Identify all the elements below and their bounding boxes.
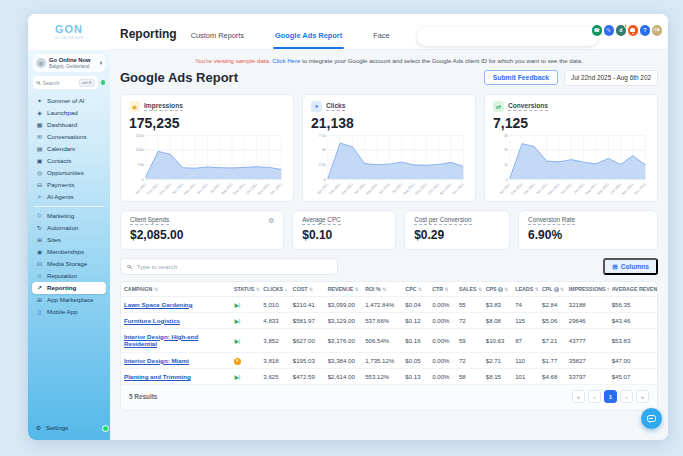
table-row: Interior Design: High-end Residential(▶)… bbox=[121, 329, 657, 353]
col-clicks[interactable]: CLICKS ↓ bbox=[260, 282, 289, 297]
click-here-link[interactable]: Click Here bbox=[272, 57, 300, 64]
svg-text:5k: 5k bbox=[322, 148, 326, 152]
metric-label[interactable]: Conversions bbox=[508, 102, 548, 111]
sidebar-item-memberships[interactable]: ◉Memberships bbox=[32, 246, 106, 258]
first-page-button[interactable]: « bbox=[572, 390, 585, 403]
sort-icon[interactable]: ⇅ bbox=[445, 287, 449, 292]
svg-text:2k: 2k bbox=[504, 148, 508, 152]
logo[interactable]: GON GO ONLINE NOW bbox=[28, 14, 110, 50]
campaign-link[interactable]: Planting and Trimming bbox=[124, 373, 191, 380]
date-range-picker[interactable]: Jul 22nd 2025 - Aug 6th 202 bbox=[564, 70, 658, 86]
tab-google-ads-report[interactable]: Google Ads Report bbox=[275, 31, 342, 49]
metric-label[interactable]: Clicks bbox=[326, 102, 345, 111]
next-page-button[interactable]: › bbox=[620, 390, 633, 403]
info-icon[interactable]: ? bbox=[554, 287, 559, 292]
impressions-cell: 32188 bbox=[566, 297, 609, 313]
last-page-button[interactable]: » bbox=[636, 390, 649, 403]
d-app-icon[interactable]: d bbox=[616, 25, 627, 36]
sort-icon[interactable]: ⇅ bbox=[355, 287, 359, 292]
sidebar-item-launchpad[interactable]: ◈Launchpad bbox=[32, 107, 106, 119]
sort-icon[interactable]: ⇅ bbox=[535, 287, 539, 292]
col-revenue[interactable]: REVENUE ⇅ bbox=[325, 282, 363, 297]
sort-icon[interactable]: ⇅ bbox=[154, 287, 158, 292]
prev-page-button[interactable]: ‹ bbox=[588, 390, 601, 403]
sidebar-item-summer-of-ai[interactable]: ✦Summer of AI bbox=[32, 95, 106, 107]
col-leads[interactable]: LEADS ⇅ bbox=[512, 282, 539, 297]
sort-icon[interactable]: ⇅ bbox=[560, 287, 564, 292]
sidebar-nav: ✦Summer of AI◈Launchpad▦Dashboard✉Conver… bbox=[28, 94, 110, 420]
metric-cards: ◉Impressions175,235150k100k50k0Jan 2021F… bbox=[120, 94, 658, 202]
sidebar-item-app-marketplace[interactable]: ⊞App Marketplace bbox=[32, 294, 106, 306]
sidebar-item-automation[interactable]: ↻Automation bbox=[32, 222, 106, 234]
col-status[interactable]: STATUS ⇅ bbox=[231, 282, 260, 297]
account-switcher[interactable]: ◍ Go Online Now Balgoij, Gelderland ▴▾ bbox=[33, 54, 105, 72]
sidebar-item-dashboard[interactable]: ▦Dashboard bbox=[32, 119, 106, 131]
help-icon[interactable]: ? bbox=[640, 25, 651, 36]
sidebar-item-reputation[interactable]: ☆Reputation bbox=[32, 270, 106, 282]
metric-card-impressions: ◉Impressions175,235150k100k50k0Jan 2021F… bbox=[120, 94, 294, 202]
svg-text:0: 0 bbox=[506, 177, 508, 181]
notification-dot bbox=[624, 24, 628, 28]
sidebar-item-sites[interactable]: ⊞Sites bbox=[32, 234, 106, 246]
campaign-link[interactable]: Furniture Logistics bbox=[124, 317, 180, 324]
sidebar-item-marketing[interactable]: ⚐Marketing bbox=[32, 210, 106, 222]
sort-desc-icon[interactable]: ↓ bbox=[285, 286, 288, 292]
sidebar-search-input[interactable]: Search ctrl K bbox=[33, 76, 98, 89]
sort-icon[interactable]: ⇅ bbox=[418, 287, 422, 292]
col-cps[interactable]: CPS? ⇅ bbox=[483, 282, 512, 297]
sort-icon[interactable]: ⇅ bbox=[478, 287, 482, 292]
avg_revenue-cell: $45.07 bbox=[609, 369, 657, 385]
gear-icon[interactable]: ⚙ bbox=[268, 217, 274, 224]
table-search-input[interactable] bbox=[135, 262, 332, 271]
sidebar-item-conversations[interactable]: ✉Conversations bbox=[32, 131, 106, 143]
app-marketplace-icon: ⊞ bbox=[36, 297, 43, 303]
columns-button[interactable]: ⊞ Columns bbox=[603, 258, 658, 275]
user-avatar-icon[interactable]: CB bbox=[652, 25, 663, 36]
svg-text:0: 0 bbox=[142, 177, 144, 181]
notice-highlight: You're viewing sample data. bbox=[195, 57, 272, 64]
info-icon[interactable]: ? bbox=[498, 287, 503, 292]
table-search[interactable] bbox=[120, 258, 338, 275]
sidebar-item-contacts[interactable]: ▣Contacts bbox=[32, 155, 106, 167]
col-cpl[interactable]: CPL? ⇅ bbox=[539, 282, 566, 297]
sales-cell: 55 bbox=[456, 297, 483, 313]
sidebar-item-mobile-app[interactable]: ▯Mobile App bbox=[32, 306, 106, 318]
page-1-button[interactable]: 1 bbox=[604, 390, 617, 403]
col-cost[interactable]: COST ⇅ bbox=[290, 282, 325, 297]
tab-custom-reports[interactable]: Custom Reports bbox=[191, 31, 244, 49]
campaign-link[interactable]: Lawn Space Gardening bbox=[124, 301, 192, 308]
sidebar-item-calendars[interactable]: ▤Calendars bbox=[32, 143, 106, 155]
sidebar-item-settings[interactable]: ⚙ Settings bbox=[28, 420, 110, 440]
sort-icon[interactable]: ⇅ bbox=[382, 287, 386, 292]
col-sales[interactable]: SALES ⇅ bbox=[456, 282, 483, 297]
sidebar-item-media-storage[interactable]: ⊡Media Storage bbox=[32, 258, 106, 270]
content: You're viewing sample data. Click Here t… bbox=[110, 50, 668, 440]
notification-bell-icon[interactable] bbox=[628, 25, 639, 36]
support-chat-button[interactable] bbox=[641, 408, 662, 429]
sort-icon[interactable]: ⇅ bbox=[256, 287, 260, 292]
col-impressions[interactable]: IMPRESSIONS ⇅ bbox=[566, 282, 609, 297]
media-storage-icon: ⊡ bbox=[36, 261, 43, 267]
sort-icon[interactable]: ⇅ bbox=[607, 287, 609, 292]
logo-text: GON bbox=[55, 24, 83, 35]
phone-icon[interactable]: ☎ bbox=[592, 25, 603, 36]
sidebar-item-payments[interactable]: ⊟Payments bbox=[32, 179, 106, 191]
sidebar-item-ai-agents[interactable]: ✧AI Agents bbox=[32, 191, 106, 203]
col-average-revenue[interactable]: AVERAGE REVENUE ⇅ bbox=[609, 282, 657, 297]
metric-label[interactable]: Impressions bbox=[144, 102, 183, 111]
svg-text:Jun 2021: Jun 2021 bbox=[378, 182, 391, 195]
col-ctr[interactable]: CTR ⇅ bbox=[429, 282, 456, 297]
sidebar-item-reporting[interactable]: ↗Reporting bbox=[32, 282, 106, 294]
tab-face[interactable]: Face bbox=[373, 31, 389, 49]
sort-icon[interactable]: ⇅ bbox=[309, 287, 313, 292]
submit-feedback-button[interactable]: Submit Feedback bbox=[484, 70, 558, 85]
compose-icon[interactable]: ✎ bbox=[604, 25, 615, 36]
cpl-cell: $1.77 bbox=[539, 352, 566, 369]
sidebar-item-opportunities[interactable]: ◎Opportunities bbox=[32, 167, 106, 179]
sort-icon[interactable]: ⇅ bbox=[504, 287, 508, 292]
col-roi[interactable]: ROI % ⇅ bbox=[362, 282, 402, 297]
campaign-link[interactable]: Interior Design: High-end Residential bbox=[124, 333, 198, 348]
col-cpc[interactable]: CPC ⇅ bbox=[402, 282, 429, 297]
col-campaign[interactable]: CAMPAIGN ⇅ bbox=[121, 282, 231, 297]
campaign-link[interactable]: Interior Design: Miami bbox=[124, 357, 189, 364]
